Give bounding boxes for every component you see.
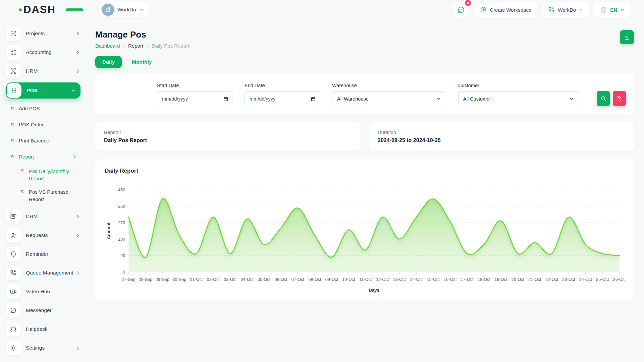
language-menu[interactable]: EN — [594, 2, 631, 18]
bell-icon — [10, 250, 17, 258]
x-tick-label: 16-Oct — [444, 277, 457, 282]
building-icon — [102, 4, 114, 16]
breadcrumb-separator: › — [147, 43, 148, 49]
sidebar-item-requests[interactable]: Requests — [6, 228, 80, 243]
customer-select[interactable]: All Customer — [458, 91, 579, 106]
start-date-input[interactable] — [157, 91, 232, 106]
language-code: EN — [610, 7, 617, 13]
bullet-icon — [21, 169, 24, 173]
headset-icon — [10, 325, 17, 333]
x-tick-label: 07-Oct — [291, 277, 305, 282]
sidebar-item-queue-management[interactable]: Queue Management — [6, 265, 80, 280]
grid-plus-icon — [548, 6, 555, 13]
chev-down-icon — [71, 88, 76, 93]
sidebar-item-print-barcode[interactable]: Print Barcode — [11, 135, 80, 145]
chart-title: Daily Report — [105, 168, 625, 174]
grid-dots-icon-box — [7, 83, 21, 98]
user-plus-icon-box — [6, 228, 21, 243]
chat-bubble-icon — [457, 6, 465, 14]
end-date-label: End Date — [245, 83, 320, 88]
reset-filter-button[interactable] — [613, 91, 626, 106]
workspace-switcher[interactable]: WorkDo — [100, 2, 149, 17]
y-tick-label: 90 — [120, 253, 125, 258]
sidebar: Projects Accounting HRM POSAdd POSPOS Or… — [0, 19, 87, 359]
sidebar-item-add-pos[interactable]: Add POS — [11, 103, 80, 113]
globe-icon — [600, 6, 607, 13]
y-axis-title: Amount — [106, 222, 111, 239]
bell-icon-box — [6, 247, 21, 261]
breadcrumb-daily-pos-report: Daily Pos Report — [152, 43, 190, 49]
x-tick-label: 28-Sep — [139, 277, 152, 282]
bullet-icon — [11, 155, 14, 159]
bullet-icon — [21, 190, 24, 193]
phone-call-icon — [10, 269, 17, 277]
x-tick-label: 08-Oct — [308, 277, 321, 282]
chev-right-icon — [75, 69, 80, 74]
download-button[interactable] — [620, 30, 634, 44]
sidebar-item-report[interactable]: Report — [11, 152, 80, 162]
x-tick-label: 15-Oct — [427, 277, 440, 282]
start-date-field-group: Start Date — [157, 83, 232, 106]
sidebar-item-pos-vs-purchase-report[interactable]: Pos VS Purchase Report — [21, 188, 80, 203]
scan-user-icon-box — [6, 64, 21, 78]
sidebar-item-reminder[interactable]: Reminder — [6, 247, 80, 261]
x-tick-label: 04-Oct — [241, 277, 254, 282]
plus-circle-icon — [480, 6, 487, 13]
report-mode-tabs: DailyMonthly — [95, 56, 634, 68]
download-icon — [624, 34, 630, 41]
message-icon-box — [6, 303, 21, 318]
x-tick-label: 25-Oct — [596, 277, 609, 282]
apply-filter-button[interactable] — [597, 91, 610, 106]
sidebar-item-accounting[interactable]: Accounting — [6, 45, 80, 60]
sidebar-item-pos[interactable]: POS — [6, 82, 80, 99]
sidebar-item-helpdesk[interactable]: Helpdesk — [6, 322, 80, 337]
chevron-down-icon — [620, 8, 625, 12]
create-workspace-button[interactable]: Create Workspace — [474, 2, 537, 18]
x-tick-label: 30-Sep — [172, 277, 186, 282]
check-square-icon — [10, 30, 17, 37]
tab-monthly[interactable]: Monthly — [130, 56, 153, 68]
y-tick-label: 450 — [118, 187, 125, 192]
tab-daily[interactable]: Daily — [95, 56, 122, 68]
sidebar-item-video-hub[interactable]: Video Hub — [6, 284, 80, 299]
logo-bar — [66, 8, 83, 11]
breadcrumb-dashboard[interactable]: Dashboard — [95, 43, 120, 49]
monitor-share-icon — [10, 213, 17, 220]
report-value: Daily Pos Report — [104, 137, 352, 143]
page-title: Manage Pos — [95, 29, 189, 40]
x-tick-label: 03-Oct — [224, 277, 237, 282]
x-tick-label: 27-Sep — [122, 277, 136, 282]
grid-plus-icon-box — [6, 45, 21, 60]
end-date-field-group: End Date — [245, 83, 320, 106]
customer-field-group: Customer All Customer — [458, 83, 579, 106]
create-workspace-label: Create Workspace — [490, 7, 531, 13]
messages-button[interactable]: 0 — [453, 2, 469, 18]
sidebar-item-pos-daily-monthly-report[interactable]: Pos Daily/Monthly Report — [21, 168, 80, 182]
breadcrumb-report[interactable]: Report — [128, 43, 143, 49]
sidebar-item-messenger[interactable]: Messenger — [6, 303, 80, 318]
chev-right-icon — [75, 233, 80, 238]
y-tick-label: 0 — [123, 269, 125, 275]
x-tick-label: 17-Oct — [461, 277, 474, 282]
account-menu[interactable]: WorkDo — [542, 2, 589, 18]
breadcrumb-separator: › — [123, 43, 125, 49]
chevron-down-icon — [569, 97, 574, 101]
sidebar-item-crm[interactable]: CRM — [6, 209, 80, 224]
chev-right-icon — [75, 270, 80, 276]
report-label: Report : — [104, 130, 352, 135]
filter-panel: Start Date End Date Warehous — [95, 74, 634, 115]
sidebar-item-projects[interactable]: Projects — [6, 26, 80, 41]
warehouse-select[interactable]: All Warehouse — [332, 91, 446, 106]
x-tick-label: 23-Oct — [562, 277, 575, 282]
sidebar-item-settings[interactable]: Settings — [6, 341, 80, 355]
warehouse-label: Warehouse — [332, 83, 446, 88]
end-date-input[interactable] — [245, 91, 320, 106]
sidebar-item-pos-order[interactable]: POS Order — [11, 119, 80, 129]
sidebar-item-hrm[interactable]: HRM — [6, 64, 80, 78]
check-square-icon-box — [6, 26, 21, 41]
customer-selected-value: All Customer — [463, 96, 491, 102]
chevron-down-icon — [436, 97, 441, 101]
video-icon-box — [6, 284, 21, 299]
daily-report-chart-card: Daily Report 09018027036045027-Sep28-Sep… — [95, 159, 634, 301]
daily-report-area-chart: 09018027036045027-Sep28-Sep29-Sep30-Sep0… — [105, 183, 625, 296]
